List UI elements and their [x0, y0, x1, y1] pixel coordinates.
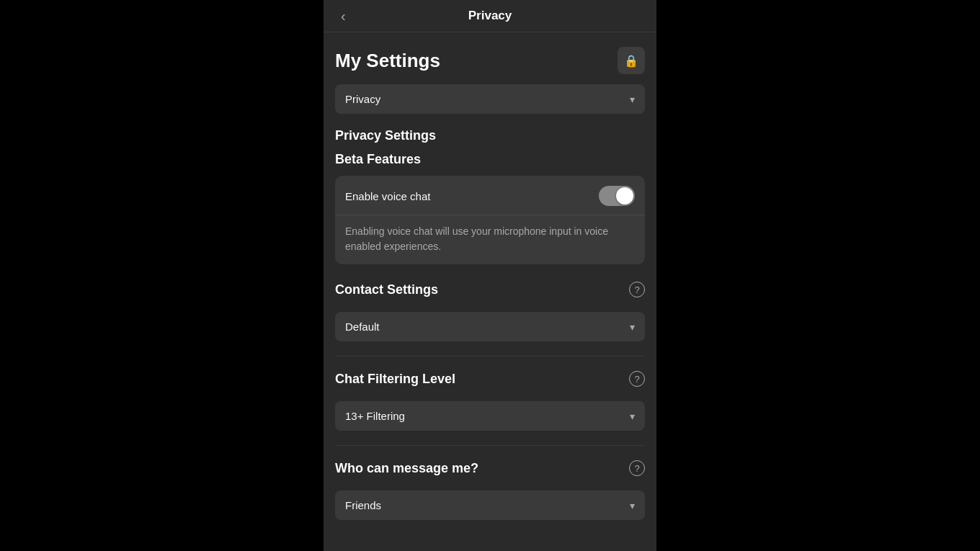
who-can-message-dropdown[interactable]: Friends ▾: [335, 490, 645, 520]
chat-filtering-title: Chat Filtering Level: [335, 372, 455, 387]
my-settings-title: My Settings: [335, 50, 440, 72]
who-can-message-title: Who can message me?: [335, 461, 478, 476]
who-can-message-section: Who can message me? ? Friends ▾: [335, 460, 645, 520]
chat-filtering-arrow-icon: ▾: [630, 411, 635, 422]
voice-chat-description: Enabling voice chat will use your microp…: [335, 215, 645, 264]
divider-2: [335, 445, 645, 446]
lock-icon: 🔒: [624, 54, 638, 68]
chat-filtering-help-icon[interactable]: ?: [629, 371, 645, 387]
chat-filtering-header-row: Chat Filtering Level ?: [335, 371, 645, 387]
chevron-down-icon: ▾: [630, 94, 635, 105]
chat-filtering-dropdown-label: 13+ Filtering: [345, 410, 405, 422]
who-can-message-dropdown-label: Friends: [345, 499, 381, 511]
enable-voice-chat-row: Enable voice chat: [335, 176, 645, 215]
back-icon: ‹: [341, 8, 346, 24]
content: My Settings 🔒 Privacy ▾ Privacy Settings…: [324, 32, 656, 551]
privacy-dropdown[interactable]: Privacy ▾: [335, 84, 645, 114]
phone-container: ‹ Privacy My Settings 🔒 Privacy ▾ Privac…: [324, 0, 656, 551]
enable-voice-chat-label: Enable voice chat: [345, 190, 430, 202]
beta-features-title: Beta Features: [335, 152, 645, 167]
divider-1: [335, 356, 645, 357]
privacy-dropdown-label: Privacy: [345, 93, 380, 105]
contact-settings-section: Contact Settings ? Default ▾: [335, 282, 645, 341]
contact-settings-header-row: Contact Settings ?: [335, 282, 645, 297]
contact-settings-dropdown[interactable]: Default ▾: [335, 312, 645, 341]
who-can-message-help-icon[interactable]: ?: [629, 460, 645, 476]
beta-features-card: Enable voice chat Enabling voice chat wi…: [335, 176, 645, 264]
contact-dropdown-arrow-icon: ▾: [630, 321, 635, 333]
header: ‹ Privacy: [324, 0, 656, 32]
who-can-message-arrow-icon: ▾: [630, 500, 635, 511]
back-button[interactable]: ‹: [335, 5, 352, 27]
contact-settings-dropdown-label: Default: [345, 321, 380, 333]
chat-filtering-section: Chat Filtering Level ? 13+ Filtering ▾: [335, 371, 645, 431]
header-title: Privacy: [468, 9, 512, 23]
lock-button[interactable]: 🔒: [618, 47, 645, 74]
contact-settings-help-icon[interactable]: ?: [629, 282, 645, 297]
who-can-message-header-row: Who can message me? ?: [335, 460, 645, 476]
enable-voice-chat-toggle[interactable]: [599, 186, 635, 206]
toggle-knob: [616, 187, 633, 205]
chat-filtering-dropdown[interactable]: 13+ Filtering ▾: [335, 401, 645, 431]
my-settings-row: My Settings 🔒: [335, 47, 645, 74]
contact-settings-title: Contact Settings: [335, 282, 438, 297]
privacy-settings-title: Privacy Settings: [335, 128, 645, 143]
